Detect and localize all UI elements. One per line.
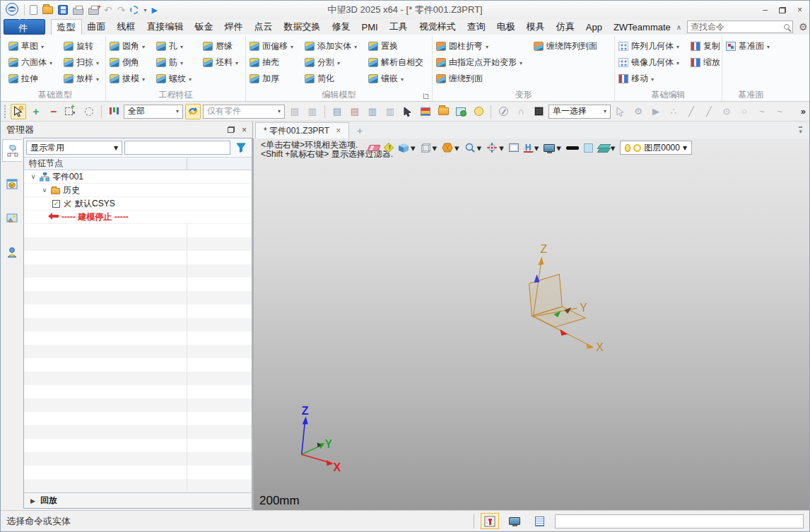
pick-settings-button[interactable]: ⚙ — [630, 104, 646, 119]
menu-tab-wireframe[interactable]: 线框 — [112, 19, 141, 35]
snap-center-button[interactable]: ⊙ — [719, 104, 734, 119]
app-logo-icon[interactable] — [5, 2, 19, 18]
ribbon-item-wrap-pattern[interactable]: 缠绕阵列到面 — [534, 39, 597, 53]
tree-node-csys[interactable]: ✓ 默认CSYS — [24, 197, 252, 211]
csys-checkbox[interactable]: ✓ — [52, 200, 60, 208]
ribbon-item-face-offset[interactable]: 面偏移 — [250, 39, 296, 53]
expander-icon[interactable]: ∨ — [41, 187, 48, 194]
ribbon-item-replace[interactable]: 置换 — [368, 39, 423, 53]
lasso-select-button[interactable] — [81, 104, 97, 119]
ribbon-item-fillet[interactable]: 圆角 — [110, 39, 148, 53]
ribbon-item-loft[interactable]: 放样 — [64, 71, 102, 85]
regen-caret-icon[interactable]: ▾ — [143, 7, 146, 13]
menu-tab-app[interactable]: App — [580, 19, 608, 35]
filter-type-combo[interactable]: 全部▾ — [124, 105, 183, 119]
manager-restore-button[interactable] — [228, 126, 235, 133]
tree-filter-button[interactable] — [233, 140, 250, 155]
ribbon-item-divide[interactable]: 分割 — [305, 55, 360, 69]
ribbon-item-extrude[interactable]: 拉伸 — [8, 71, 55, 85]
image-folder-button[interactable] — [435, 104, 451, 119]
menu-tab-weldment[interactable]: 焊件 — [219, 19, 249, 35]
menu-tab-simulation[interactable]: 仿真 — [551, 19, 580, 35]
toolbar-grip-handle[interactable] — [4, 105, 7, 118]
ribbon-item-pattern-geom[interactable]: 阵列几何体 — [618, 39, 682, 53]
batch-print-icon[interactable] — [88, 8, 99, 15]
ribbon-item-chamfer[interactable]: 倒角 — [110, 55, 148, 69]
file-menu-button[interactable]: 文件(F) — [4, 19, 45, 35]
snap-circle-button[interactable]: ○ — [736, 104, 752, 119]
redo-icon[interactable]: ↷ — [117, 5, 126, 15]
menu-tab-pmi[interactable]: PMI — [356, 19, 384, 35]
menu-tab-data-exchange[interactable]: 数据交换 — [278, 19, 327, 35]
compass-button[interactable] — [495, 104, 511, 119]
ribbon-item-box[interactable]: 六面体 — [8, 55, 55, 69]
ribbon-item-inlay[interactable]: 镶嵌 — [368, 71, 423, 85]
customize-toolbar-icon[interactable]: ▶ — [151, 6, 157, 14]
show-filter-combo[interactable]: 显示常用▾ — [26, 141, 122, 155]
visual-manager-button[interactable] — [2, 173, 22, 196]
toolbox-panel-button[interactable] — [481, 513, 499, 529]
menu-tab-direct-edit[interactable]: 直接编辑 — [141, 19, 189, 35]
ribbon-item-scale[interactable]: 缩放 — [691, 55, 720, 69]
tree-search-input[interactable] — [124, 141, 230, 155]
tree-node-model-stop[interactable]: ----- 建模停止 ----- — [24, 211, 252, 224]
dialog-launcher-icon[interactable] — [423, 93, 429, 99]
history-manager-button[interactable] — [2, 139, 22, 162]
recent-commands-button[interactable] — [471, 104, 486, 119]
snap-spline-button[interactable]: ~ — [772, 104, 787, 119]
new-tab-button[interactable]: + — [349, 122, 370, 138]
pick-faces-button[interactable]: ▤ — [347, 104, 363, 119]
tree-node-root[interactable]: ∨ 零件001 — [24, 170, 252, 184]
ribbon-item-thicken[interactable]: 加厚 — [250, 71, 296, 85]
ribbon-item-datum-plane[interactable]: 基准面 — [726, 39, 773, 53]
background-swatch-button[interactable] — [531, 104, 546, 119]
scope-combo[interactable]: 仅有零件▾ — [203, 105, 285, 119]
tree-node-history[interactable]: ∨ 历史 — [24, 184, 252, 197]
ribbon-item-wrap-face[interactable]: 缠绕到面 — [436, 71, 525, 85]
color-manager-button[interactable] — [418, 104, 433, 119]
menu-tab-point-cloud[interactable]: 点云 — [249, 19, 278, 35]
regen-icon[interactable] — [130, 6, 139, 14]
ribbon-item-morph-point[interactable]: 由指定点开始变形 — [436, 55, 525, 69]
pick-points-button[interactable]: ▥ — [382, 104, 398, 119]
document-tab[interactable]: * 零件001.Z3PRT × — [255, 122, 349, 138]
pick-last-button[interactable]: ▥ — [305, 104, 320, 119]
ribbon-item-add-solid[interactable]: 添加实体 — [305, 39, 360, 53]
minimize-button[interactable]: – — [763, 6, 768, 14]
ribbon-item-draft[interactable]: 拔模 — [110, 71, 148, 85]
pick-list-button[interactable]: ▤ — [287, 104, 303, 119]
tab-close-icon[interactable]: × — [336, 126, 341, 135]
ribbon-item-sweep[interactable]: 扫掠 — [64, 55, 102, 69]
menu-tab-mold[interactable]: 模具 — [521, 19, 551, 35]
menu-tab-visual-style[interactable]: 视觉样式 — [413, 19, 462, 35]
tab-list-icon[interactable]: ▾ — [799, 126, 802, 135]
playback-bar[interactable]: ▶ 回放 — [24, 492, 252, 508]
display-panel-button[interactable] — [505, 513, 524, 529]
pick-cursor-button[interactable] — [11, 104, 26, 119]
output-panel-button[interactable] — [530, 513, 548, 529]
web-document-button[interactable] — [453, 104, 469, 119]
ribbon-item-thread[interactable]: 螺纹 — [156, 71, 194, 85]
open-file-icon[interactable] — [42, 6, 53, 14]
pick-curves-button[interactable]: ▥ — [365, 104, 380, 119]
menu-tab-electrode[interactable]: 电极 — [491, 19, 521, 35]
tree-column-header[interactable]: 特征节点 — [24, 158, 252, 170]
menu-tab-shape[interactable]: 造型 — [51, 19, 82, 35]
menu-tab-sheet-metal[interactable]: 钣金 — [189, 19, 219, 35]
menu-tab-inquire[interactable]: 查询 — [462, 19, 491, 35]
undo-icon[interactable]: ↶ — [104, 5, 112, 15]
print-icon[interactable] — [73, 8, 83, 15]
marquee-select-button[interactable] — [64, 104, 79, 119]
ribbon-item-resolve-self[interactable]: 解析自相交 — [368, 55, 423, 69]
ribbon-item-rib[interactable]: 筋 — [156, 55, 194, 69]
snap-segment-button[interactable]: ╱ — [701, 104, 717, 119]
command-search-box[interactable] — [687, 20, 793, 33]
toolbar-overflow-icon[interactable]: » — [801, 106, 806, 117]
ribbon-item-cyl-bend[interactable]: 圆柱折弯 — [436, 39, 525, 53]
ribbon-item-mirror-geom[interactable]: 镜像几何体 — [618, 55, 682, 69]
hook-curve-button[interactable]: ∩ — [513, 104, 529, 119]
menu-tab-surface[interactable]: 曲面 — [82, 19, 112, 35]
ribbon-item-hole[interactable]: 孔 — [156, 39, 194, 53]
ribbon-item-stock[interactable]: 坯料 — [203, 55, 241, 69]
ribbon-item-move[interactable]: 移动 — [618, 71, 682, 85]
